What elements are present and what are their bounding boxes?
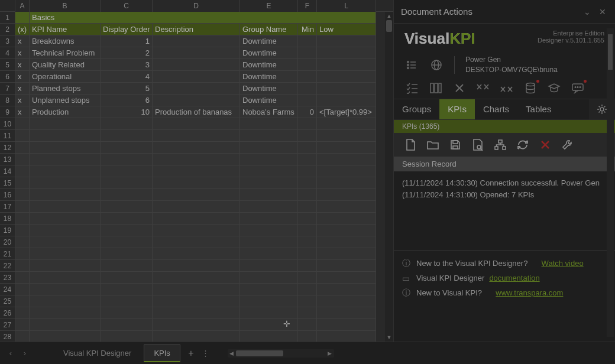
cell[interactable]: Description [153, 24, 240, 35]
cell[interactable] [317, 331, 376, 342]
cell[interactable]: KPI Name [30, 24, 101, 35]
tab-groups[interactable]: Groups [394, 99, 439, 119]
row-header[interactable]: 15 [0, 177, 15, 189]
cell[interactable] [298, 331, 317, 342]
close-icon[interactable]: ✕ [597, 7, 608, 17]
cell[interactable] [153, 177, 240, 189]
row-header[interactable]: 24 [0, 284, 15, 295]
cell[interactable] [101, 201, 153, 213]
cell[interactable] [317, 260, 376, 272]
cell[interactable] [101, 260, 153, 272]
cell[interactable] [15, 189, 30, 201]
cell[interactable] [317, 47, 376, 59]
cell[interactable] [30, 295, 101, 307]
cell[interactable] [317, 142, 376, 154]
cell[interactable] [153, 331, 240, 342]
cell[interactable] [317, 59, 376, 71]
cell[interactable] [298, 165, 317, 177]
cell[interactable] [101, 331, 153, 342]
sheet-tab-designer[interactable]: Visual KPI Designer [53, 344, 141, 362]
cell[interactable] [30, 284, 101, 295]
documentation-link[interactable]: documentation [489, 274, 539, 282]
row-header[interactable]: 12 [0, 142, 15, 154]
tab-tables[interactable]: Tables [517, 99, 559, 119]
cell[interactable] [153, 154, 240, 165]
cell[interactable] [101, 236, 153, 248]
basics-header[interactable]: Basics [30, 12, 376, 24]
cell[interactable]: Technical Problem [30, 47, 101, 59]
cell[interactable]: x [15, 83, 30, 95]
cell[interactable] [317, 71, 376, 83]
cell[interactable] [101, 213, 153, 225]
cell[interactable] [240, 331, 298, 342]
cell[interactable]: Unplanned stops [30, 95, 101, 106]
hierarchy-icon[interactable] [492, 136, 509, 153]
cell[interactable] [298, 236, 317, 248]
cell[interactable] [298, 118, 317, 130]
row-header[interactable]: 10 [0, 118, 15, 130]
cell[interactable] [30, 130, 101, 142]
cell[interactable] [101, 319, 153, 331]
row-header[interactable]: 19 [0, 225, 15, 236]
cell[interactable] [153, 225, 240, 236]
cell[interactable] [240, 236, 298, 248]
cell[interactable] [30, 225, 101, 236]
cell[interactable] [153, 165, 240, 177]
cell[interactable] [15, 272, 30, 284]
cell[interactable] [298, 319, 317, 331]
cell[interactable] [240, 177, 298, 189]
cell[interactable] [317, 272, 376, 284]
cell[interactable] [298, 307, 317, 319]
xx-icon[interactable] [475, 81, 491, 95]
cell[interactable] [153, 35, 240, 47]
row-header[interactable]: 1 [0, 12, 15, 24]
cell[interactable]: Min [298, 24, 317, 35]
cell[interactable] [15, 130, 30, 142]
cell[interactable]: x [15, 106, 30, 118]
cell[interactable] [153, 201, 240, 213]
cell[interactable]: 1 [101, 35, 153, 47]
scroll-down-arrow[interactable]: ▼ [385, 333, 393, 342]
cell[interactable] [101, 118, 153, 130]
cell[interactable]: Low [317, 24, 376, 35]
cell[interactable]: 5 [101, 83, 153, 95]
cell[interactable] [15, 154, 30, 165]
cell[interactable]: x [15, 35, 30, 47]
cell[interactable]: Operational [30, 71, 101, 83]
cell[interactable]: Group Name [240, 24, 298, 35]
cell[interactable] [298, 95, 317, 106]
database-icon[interactable] [523, 81, 538, 95]
tab-kpis[interactable]: KPIs [439, 99, 475, 119]
row-header[interactable]: 28 [0, 331, 15, 342]
cell[interactable] [240, 142, 298, 154]
cell[interactable] [153, 213, 240, 225]
cell[interactable]: x [15, 59, 30, 71]
cell[interactable] [15, 236, 30, 248]
transpara-link[interactable]: www.transpara.com [496, 288, 563, 297]
cell[interactable] [15, 177, 30, 189]
cell[interactable] [153, 295, 240, 307]
col-header-L[interactable]: L [317, 0, 376, 12]
row-header[interactable]: 3 [0, 35, 15, 47]
cell[interactable] [317, 284, 376, 295]
row-header[interactable]: 23 [0, 272, 15, 284]
cell[interactable] [153, 130, 240, 142]
col-header-F[interactable]: F [298, 0, 317, 12]
cell[interactable] [101, 130, 153, 142]
cell[interactable] [298, 272, 317, 284]
cell[interactable] [317, 189, 376, 201]
cell[interactable] [298, 260, 317, 272]
cells-area[interactable]: Basics(x)KPI NameDisplay OrderDescriptio… [15, 12, 393, 342]
columns-icon[interactable] [428, 81, 444, 95]
next-sheet-arrow[interactable]: › [19, 349, 31, 358]
cell[interactable] [15, 142, 30, 154]
cell[interactable]: 4 [101, 71, 153, 83]
cell[interactable] [30, 260, 101, 272]
cell[interactable] [153, 59, 240, 71]
chevron-down-icon[interactable]: ⌄ [582, 7, 593, 17]
cell[interactable] [298, 248, 317, 260]
cell[interactable] [15, 331, 30, 342]
cell[interactable] [15, 248, 30, 260]
cell[interactable] [101, 154, 153, 165]
cell[interactable] [240, 248, 298, 260]
